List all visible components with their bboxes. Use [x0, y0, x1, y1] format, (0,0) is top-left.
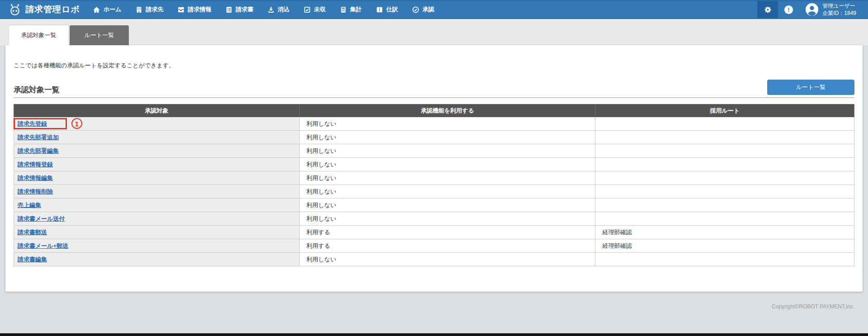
- info-button[interactable]: !: [778, 1, 799, 18]
- approval-table: 承認対象 承認機能を利用する 採用ルート 請求先登録1 利用しない 請求先部署追…: [14, 104, 854, 266]
- approval-target-link[interactable]: 請求書メール+郵送: [18, 242, 68, 249]
- section-title: 承認対象一覧: [14, 85, 60, 95]
- bottom-strip: [0, 333, 868, 336]
- col-header-route: 採用ルート: [595, 104, 854, 117]
- nav-item-6[interactable]: 集計: [340, 5, 362, 14]
- use-approval-value: 利用しない: [300, 185, 595, 199]
- check-circle-icon: [412, 6, 420, 14]
- use-approval-value: 利用しない: [300, 212, 595, 226]
- user-role: 管理ユーザー: [822, 2, 856, 9]
- nav-item-7[interactable]: 仕訳: [376, 5, 398, 14]
- approval-target-link[interactable]: 請求先部署追加: [18, 134, 59, 141]
- approval-target-link[interactable]: 請求情報登録: [18, 161, 53, 168]
- nav-item-0[interactable]: ホーム: [93, 5, 122, 14]
- nav-item-2[interactable]: 請求情報: [177, 5, 212, 14]
- tab-1[interactable]: ルート一覧: [70, 25, 129, 45]
- adopted-route-value: [595, 185, 854, 199]
- avatar: [805, 3, 819, 16]
- adopted-route-value: [595, 117, 854, 131]
- inbox-icon: [177, 6, 185, 14]
- home-icon: [93, 6, 100, 14]
- adopted-route-value: [595, 253, 854, 266]
- approval-target-link[interactable]: 請求情報編集: [18, 175, 53, 181]
- building-icon: [135, 6, 143, 14]
- tab-strip: 承認対象一覧ルート一覧: [0, 19, 868, 45]
- tab-0[interactable]: 承認対象一覧: [9, 25, 68, 45]
- adopted-route-value: [595, 212, 854, 226]
- main-nav: ホーム 請求先 請求情報 請求書 消込 未収 集計 仕訳 承認: [93, 5, 434, 14]
- table-row: 請求先部署編集 利用しない: [14, 144, 854, 158]
- checkbox-icon: [303, 6, 311, 14]
- document-icon: [225, 6, 233, 14]
- adopted-route-value: [595, 144, 854, 158]
- nav-item-8[interactable]: 承認: [412, 5, 434, 14]
- table-row: 請求情報登録 利用しない: [14, 158, 854, 171]
- table-header-row: 承認対象 承認機能を利用する 採用ルート: [14, 104, 854, 117]
- use-approval-value: 利用しない: [300, 131, 595, 144]
- table-row: 売上編集 利用しない: [14, 199, 854, 212]
- col-header-target: 承認対象: [14, 104, 300, 117]
- calculator-icon: [340, 6, 347, 14]
- table-row: 請求先登録1 利用しない: [14, 117, 854, 131]
- top-navigation-bar: 請求管理ロボ ホーム 請求先 請求情報 請求書 消込 未収 集計 仕訳 承認: [0, 0, 868, 19]
- footer: Copyright©ROBOT PAYMENT,inc.: [0, 292, 868, 310]
- section-heading-row: 承認対象一覧 ルート一覧: [14, 80, 854, 98]
- approval-target-link[interactable]: 請求先部署編集: [18, 147, 59, 154]
- use-approval-value: 利用しない: [300, 144, 595, 158]
- content-card: ここでは各種機能の承認ルートを設定することができます。 承認対象一覧 ルート一覧…: [5, 45, 863, 292]
- approval-target-link[interactable]: 請求書郵送: [18, 229, 47, 236]
- use-approval-value: 利用する: [300, 239, 595, 253]
- copyright-text: Copyright©ROBOT PAYMENT,inc.: [772, 303, 854, 310]
- table-row: 請求情報削除 利用しない: [14, 185, 854, 199]
- approval-target-link[interactable]: 請求書編集: [18, 256, 47, 263]
- table-row: 請求書編集 利用しない: [14, 253, 854, 266]
- table-row: 請求情報編集 利用しない: [14, 171, 854, 185]
- route-list-button[interactable]: ルート一覧: [767, 80, 854, 95]
- use-approval-value: 利用しない: [300, 117, 595, 131]
- approval-target-link[interactable]: 売上編集: [18, 202, 41, 208]
- table-row: 請求書メール+郵送 利用する 経理部確認: [14, 239, 854, 253]
- table-row: 請求書メール送付 利用しない: [14, 212, 854, 226]
- app-logo-text: 請求管理ロボ: [25, 4, 80, 15]
- use-approval-value: 利用しない: [300, 171, 595, 185]
- use-approval-value: 利用する: [300, 226, 595, 239]
- approval-target-link[interactable]: 請求書メール送付: [18, 215, 65, 222]
- nav-item-4[interactable]: 消込: [267, 5, 290, 14]
- page-description: ここでは各種機能の承認ルートを設定することができます。: [14, 62, 854, 70]
- adopted-route-value: [595, 171, 854, 185]
- approval-target-link[interactable]: 請求情報削除: [18, 188, 53, 195]
- adopted-route-value: [595, 131, 854, 144]
- topbar-right: ! 管理ユーザー 企業ID：1849: [757, 1, 868, 18]
- col-header-use: 承認機能を利用する: [300, 104, 595, 117]
- use-approval-value: 利用しない: [300, 253, 595, 266]
- adopted-route-value: [595, 158, 854, 171]
- columns-icon: [376, 6, 383, 14]
- app-logo[interactable]: 請求管理ロボ: [8, 4, 80, 16]
- table-row: 請求書郵送 利用する 経理部確認: [14, 226, 854, 239]
- user-menu[interactable]: 管理ユーザー 企業ID：1849: [799, 2, 868, 17]
- user-info: 管理ユーザー 企業ID：1849: [822, 2, 856, 17]
- use-approval-value: 利用しない: [300, 199, 595, 212]
- alert-icon: !: [784, 5, 793, 14]
- company-id: 企業ID：1849: [822, 9, 856, 17]
- nav-item-3[interactable]: 請求書: [225, 5, 254, 14]
- table-row: 請求先部署追加 利用しない: [14, 131, 854, 144]
- adopted-route-value: [595, 199, 854, 212]
- robot-logo-icon: [8, 4, 22, 16]
- nav-item-1[interactable]: 請求先: [135, 5, 164, 14]
- callout-number-1: 1: [71, 118, 82, 129]
- settings-button[interactable]: [757, 1, 778, 18]
- gear-icon: [764, 5, 772, 14]
- download-icon: [267, 6, 275, 14]
- adopted-route-value: 経理部確認: [595, 226, 854, 239]
- approval-target-link[interactable]: 請求先登録: [18, 120, 47, 127]
- nav-item-5[interactable]: 未収: [303, 5, 326, 14]
- use-approval-value: 利用しない: [300, 158, 595, 171]
- adopted-route-value: 経理部確認: [595, 239, 854, 253]
